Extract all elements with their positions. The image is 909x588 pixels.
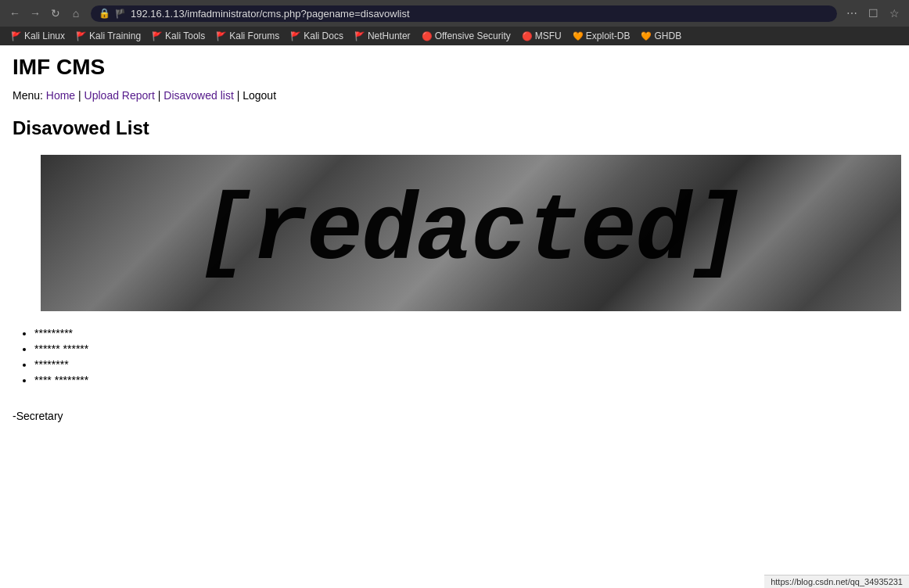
security-icon: 🔒 bbox=[99, 8, 110, 19]
site-title: IMF CMS bbox=[13, 55, 896, 80]
menu-home[interactable]: Home bbox=[46, 89, 75, 102]
bookmark-icon-kali-training: 🚩 bbox=[76, 31, 87, 41]
bookmark-kali-docs[interactable]: 🚩Kali Docs bbox=[286, 29, 348, 43]
bookmark-icon-kali-linux: 🚩 bbox=[11, 31, 22, 41]
list-item: ****** ****** bbox=[34, 342, 896, 355]
bookmark-icon-kali-forums: 🚩 bbox=[216, 31, 227, 41]
back-button[interactable]: ← bbox=[6, 5, 23, 22]
menu-upload-report[interactable]: Upload Report bbox=[84, 89, 155, 102]
bookmark-label-offensive-security: Offensive Security bbox=[435, 30, 511, 41]
browser-chrome: ← → ↻ ⌂ 🔒 🏴 192.16.1.13/imfadministrator… bbox=[0, 0, 909, 45]
menu-logout: Logout bbox=[243, 89, 276, 102]
browser-toolbar: ← → ↻ ⌂ 🔒 🏴 192.16.1.13/imfadministrator… bbox=[0, 0, 909, 27]
list-item: ********* bbox=[34, 327, 896, 339]
address-bar[interactable]: 🔒 🏴 192.16.1.13/imfadministrator/cms.php… bbox=[91, 5, 837, 22]
home-button[interactable]: ⌂ bbox=[67, 5, 84, 22]
menu-disavowed-list[interactable]: Disavowed list bbox=[163, 89, 233, 102]
url-text: 192.16.1.13/imfadministrator/cms.php?pag… bbox=[131, 8, 410, 20]
bookmark-offensive-security[interactable]: 🔴Offensive Security bbox=[417, 29, 516, 43]
bookmarks-bar: 🚩Kali Linux🚩Kali Training🚩Kali Tools🚩Kal… bbox=[0, 27, 909, 45]
pocket-button[interactable]: ☐ bbox=[865, 5, 882, 21]
bookmark-label-exploit-db: Exploit-DB bbox=[586, 30, 631, 41]
bookmark-icon-kali-docs: 🚩 bbox=[290, 31, 301, 41]
more-button[interactable]: ⋯ bbox=[843, 5, 860, 21]
bookmark-icon-offensive-security: 🔴 bbox=[422, 31, 433, 41]
list-item: ******** bbox=[34, 358, 896, 371]
redacted-image: [redacted] bbox=[41, 155, 901, 311]
bookmark-ghdb[interactable]: 🧡GHDB bbox=[636, 29, 686, 43]
secretary-signature: -Secretary bbox=[13, 410, 896, 422]
page-content: IMF CMS Menu: Home | Upload Report | Dis… bbox=[0, 45, 909, 530]
bookmark-icon-kali-tools: 🚩 bbox=[152, 31, 163, 41]
bookmark-kali-forums[interactable]: 🚩Kali Forums bbox=[211, 29, 284, 43]
bookmark-icon-ghdb: 🧡 bbox=[641, 31, 652, 41]
bookmark-label-kali-training: Kali Training bbox=[89, 30, 141, 41]
bookmark-label-msfu: MSFU bbox=[535, 30, 562, 41]
menu-label: Menu: bbox=[13, 89, 43, 102]
reload-button[interactable]: ↻ bbox=[47, 5, 64, 22]
redacted-text: [redacted] bbox=[197, 180, 745, 286]
bookmark-kali-training[interactable]: 🚩Kali Training bbox=[71, 29, 146, 43]
bookmark-label-kali-tools: Kali Tools bbox=[165, 30, 205, 41]
redacted-text-overlay: [redacted] bbox=[41, 155, 901, 311]
page-heading: Disavowed List bbox=[13, 117, 896, 139]
bookmark-label-kali-docs: Kali Docs bbox=[304, 30, 343, 41]
browser-actions: ⋯ ☐ ☆ bbox=[843, 5, 903, 21]
nav-buttons: ← → ↻ ⌂ bbox=[6, 5, 84, 22]
list-item: **** ******** bbox=[34, 374, 896, 386]
bookmark-label-kali-linux: Kali Linux bbox=[24, 30, 65, 41]
disavow-list: ********* ****** ****** ******** **** **… bbox=[34, 327, 896, 386]
bookmark-label-kali-forums: Kali Forums bbox=[229, 30, 279, 41]
bookmark-button[interactable]: ☆ bbox=[886, 5, 903, 21]
bookmark-exploit-db[interactable]: 🧡Exploit-DB bbox=[568, 29, 635, 43]
bookmark-nethunter[interactable]: 🚩NetHunter bbox=[350, 29, 415, 43]
forward-button[interactable]: → bbox=[27, 5, 44, 22]
bookmark-icon-exploit-db: 🧡 bbox=[573, 31, 584, 41]
bookmark-label-nethunter: NetHunter bbox=[368, 30, 411, 41]
bookmark-label-ghdb: GHDB bbox=[654, 30, 681, 41]
bookmark-kali-linux[interactable]: 🚩Kali Linux bbox=[6, 29, 70, 43]
bookmark-icon-nethunter: 🚩 bbox=[354, 31, 365, 41]
bookmark-kali-tools[interactable]: 🚩Kali Tools bbox=[147, 29, 210, 43]
menu-bar: Menu: Home | Upload Report | Disavowed l… bbox=[13, 89, 896, 102]
bookmark-msfu[interactable]: 🔴MSFU bbox=[517, 29, 566, 43]
bookmark-icon-msfu: 🔴 bbox=[522, 31, 533, 41]
site-icon: 🏴 bbox=[115, 9, 126, 19]
menu-sep-1: | bbox=[78, 89, 84, 102]
